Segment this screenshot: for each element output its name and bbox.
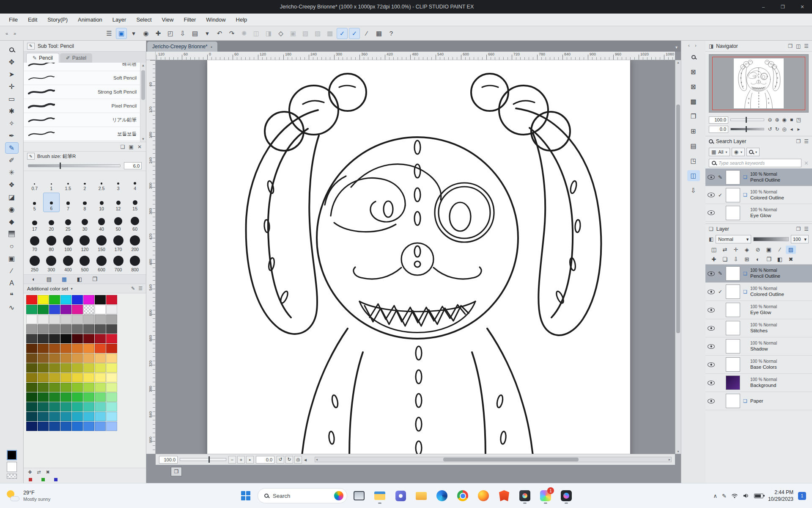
layer-thumbnail[interactable]	[726, 394, 740, 408]
nav-window-icon[interactable]: ◳	[795, 116, 802, 124]
layer-search-result-row[interactable]: ✎ ✓ ❏ 100 % Normal Colored Outline	[705, 186, 812, 204]
decoration-tool[interactable]: ❖	[5, 179, 19, 190]
rotate-right-icon[interactable]: ↻	[285, 456, 293, 464]
battery-icon[interactable]	[754, 494, 763, 498]
color-swatch[interactable]	[83, 383, 94, 392]
navigator-title[interactable]: Navigator	[716, 43, 738, 49]
color-swatch[interactable]	[72, 305, 83, 314]
frame-crop-icon[interactable]: ▣	[288, 28, 299, 39]
layer-panel-title[interactable]: Layer	[716, 226, 729, 232]
menu-item[interactable]: Story(P)	[43, 15, 72, 25]
scroll-up-icon[interactable]: ▴	[677, 61, 679, 64]
blend-mode-select[interactable]: Normal ▾	[716, 235, 751, 243]
color-swatch[interactable]	[106, 383, 117, 392]
close-panel-2-icon[interactable]: ⊠	[687, 81, 700, 92]
color-history-tab[interactable]: ❐	[90, 275, 100, 284]
color-swatch[interactable]	[106, 334, 117, 343]
brush-size-cell[interactable]: 50	[110, 213, 127, 232]
blend-tool[interactable]: ◉	[5, 204, 19, 215]
color-swatch[interactable]	[60, 363, 71, 373]
brush-size-cell[interactable]: 60	[126, 213, 143, 232]
brush-size-cell[interactable]: 25	[60, 213, 77, 232]
color-swatch[interactable]	[83, 402, 94, 411]
figure-tool[interactable]: ○	[5, 240, 19, 252]
file-explorer[interactable]	[371, 487, 389, 505]
clear-search-icon[interactable]: ✕	[804, 160, 809, 166]
nav-rotate-left-icon[interactable]: ↺	[766, 126, 774, 133]
add-color-icon[interactable]: ✚	[28, 469, 32, 475]
ruler-tool[interactable]: ∕	[5, 265, 19, 276]
nav-zoom-out-icon[interactable]: ⊖	[766, 116, 774, 124]
export-icon[interactable]: ▤	[189, 28, 200, 39]
transfer-down-icon[interactable]: ⇩	[731, 255, 741, 264]
layer-visibility-toggle[interactable]	[708, 308, 715, 312]
color-swatch[interactable]	[60, 422, 71, 431]
search-panel-window-icon[interactable]: ❐	[796, 138, 801, 144]
color-swatch[interactable]	[72, 353, 83, 363]
color-swatch[interactable]	[83, 334, 94, 343]
brush-size-cell[interactable]: 40	[93, 213, 110, 232]
color-swatch[interactable]	[38, 392, 49, 402]
volume-icon[interactable]	[743, 493, 749, 498]
reset-rotation-icon[interactable]: ◎	[294, 456, 302, 464]
brush-item[interactable]: リアル鉛筆	[24, 113, 140, 127]
color-set-caret[interactable]: ▾	[71, 287, 73, 291]
color-set-menu-icon[interactable]: ☰	[138, 286, 143, 291]
pen-tray-icon[interactable]: ✎	[722, 493, 727, 499]
color-swatch[interactable]	[95, 412, 106, 421]
color-swatch[interactable]	[95, 392, 106, 402]
collapse-bar-icon[interactable]: ◂	[304, 457, 307, 463]
delete-subtool-icon[interactable]: ✕	[137, 144, 142, 150]
color-swatch[interactable]	[106, 422, 117, 431]
brush-size-value[interactable]: 6.0	[124, 162, 142, 169]
horizontal-scroll-thumb[interactable]	[443, 458, 579, 461]
navigator-menu-icon[interactable]: ☰	[804, 43, 809, 49]
delete-color-icon[interactable]: ✖	[46, 469, 49, 475]
color-swatch[interactable]	[83, 353, 94, 363]
document-tab[interactable]: Jericho-Creepy Brionne* ●	[147, 41, 217, 52]
symmetry-icon[interactable]: ◇	[275, 28, 286, 39]
canvas-view-caret[interactable]: ▾	[128, 28, 139, 39]
color-swatch[interactable]	[26, 295, 37, 304]
layer-visibility-toggle[interactable]	[708, 290, 715, 294]
color-swatch[interactable]	[38, 422, 49, 431]
opacity-value-box[interactable]: 100 ▾	[791, 235, 809, 243]
color-swatch[interactable]	[49, 392, 60, 402]
color-swatch[interactable]	[83, 295, 94, 304]
merge-down-icon[interactable]: ⊞	[742, 255, 752, 264]
notification-center-badge[interactable]: 1	[798, 492, 806, 500]
color-swatch[interactable]	[95, 295, 106, 304]
rotation-value[interactable]: 0.0	[256, 456, 274, 464]
layer-thumbnail[interactable]	[726, 188, 740, 202]
brush-size-cell[interactable]: 300	[43, 254, 60, 273]
duplicate-layer-icon[interactable]: ❐	[764, 255, 774, 264]
brush-size-cell[interactable]: 500	[77, 254, 93, 273]
color-swatch[interactable]	[38, 383, 49, 392]
new-folder-icon[interactable]: ❏	[720, 255, 730, 264]
snap-ruler-a-icon[interactable]: ▧	[300, 28, 311, 39]
brush-size-cell[interactable]: 1	[43, 172, 60, 192]
color-set-title[interactable]: Additional color set	[27, 286, 68, 291]
color-swatch[interactable]	[60, 344, 71, 353]
search-panel-menu-icon[interactable]: ☰	[804, 138, 809, 144]
color-swatch[interactable]	[95, 402, 106, 411]
layer-thumbnail[interactable]	[726, 284, 740, 299]
edit-color-set-icon[interactable]: ✎	[131, 286, 135, 291]
pen-tool[interactable]: ✒	[5, 130, 19, 141]
color-swatch[interactable]	[95, 334, 106, 343]
color-swatch[interactable]	[72, 383, 83, 392]
color-swatch[interactable]	[38, 412, 49, 421]
menu-item[interactable]: Layer	[108, 15, 131, 25]
brush-size-cell[interactable]: 250	[26, 254, 43, 273]
color-swatch[interactable]	[106, 344, 117, 353]
brush-size-cell[interactable]: 70	[26, 233, 43, 253]
scroll-down-icon[interactable]: ▾	[677, 450, 679, 453]
move-layer-tool[interactable]: ✛	[5, 81, 19, 92]
menu-item[interactable]: View	[157, 15, 178, 25]
selection-tool[interactable]: ▭	[5, 93, 19, 105]
brush-size-cell[interactable]: 7	[60, 193, 77, 212]
layer-row[interactable]: ✎ ✓ ❏ Paper	[705, 392, 812, 410]
mask-icon[interactable]: ▣	[764, 246, 774, 254]
brush-size-cell[interactable]: 100	[60, 233, 77, 253]
balloon-tool[interactable]: ❝	[5, 290, 19, 301]
